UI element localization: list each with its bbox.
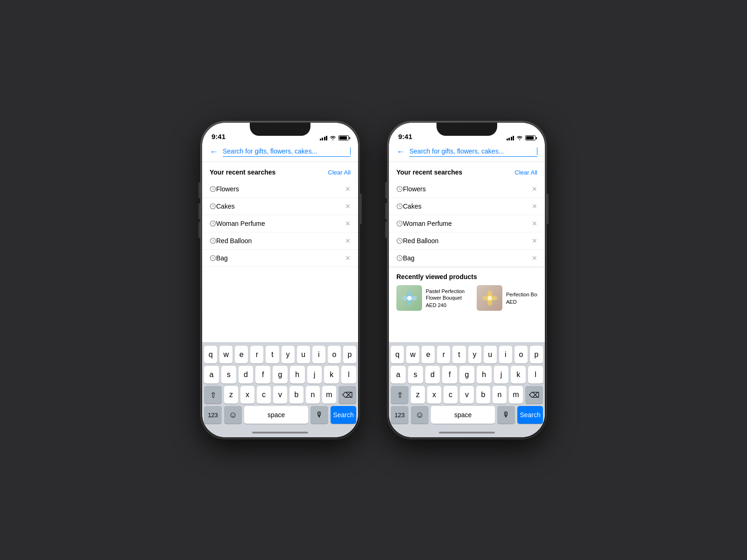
clear-all-1[interactable]: Clear All — [328, 169, 351, 176]
numbers-key-1[interactable]: 123 — [204, 406, 222, 424]
clock-icon-10 — [396, 255, 403, 261]
close-bag-2[interactable]: ✕ — [532, 254, 537, 262]
space-key-2[interactable]: space — [431, 406, 495, 424]
key-f-2[interactable]: f — [442, 366, 457, 384]
key-q-1[interactable]: q — [204, 346, 217, 364]
mic-key-1[interactable]: 🎙 — [310, 406, 328, 424]
emoji-key-1[interactable]: ☺ — [224, 406, 242, 424]
phone-outer-1: 9:41 — [201, 121, 359, 439]
close-flowers-1[interactable]: ✕ — [345, 185, 351, 193]
recent-item-balloon-1[interactable]: Red Balloon ✕ — [202, 232, 358, 250]
close-perfume-2[interactable]: ✕ — [532, 220, 537, 227]
key-g-2[interactable]: g — [459, 366, 474, 384]
close-balloon-1[interactable]: ✕ — [345, 237, 351, 245]
key-q-2[interactable]: q — [391, 346, 404, 364]
recent-item-bag-2[interactable]: Bag ✕ — [389, 250, 545, 267]
key-o-2[interactable]: o — [514, 346, 528, 364]
key-e-2[interactable]: e — [422, 346, 435, 364]
key-a-2[interactable]: a — [391, 366, 406, 384]
key-c-2[interactable]: c — [444, 386, 458, 404]
key-u-2[interactable]: u — [484, 346, 497, 364]
key-h-1[interactable]: h — [290, 366, 305, 384]
search-key-1[interactable]: Search — [331, 406, 356, 424]
search-input-1[interactable]: Search for gifts, flowers, cakes... — [223, 147, 351, 157]
space-key-1[interactable]: space — [244, 406, 308, 424]
mic-key-2[interactable]: 🎙 — [497, 406, 515, 424]
backspace-key-1[interactable]: ⌫ — [338, 386, 356, 404]
back-arrow-2[interactable]: ← — [396, 147, 405, 157]
key-j-2[interactable]: j — [494, 366, 509, 384]
key-m-1[interactable]: m — [322, 386, 336, 404]
close-cakes-1[interactable]: ✕ — [345, 203, 351, 210]
recent-item-cakes-2[interactable]: Cakes ✕ — [389, 198, 545, 215]
product-card-1[interactable]: Pastel Perfection Flower Bouquet AED 240 — [396, 285, 471, 311]
key-m-2[interactable]: m — [509, 386, 523, 404]
key-t-2[interactable]: t — [452, 346, 465, 364]
key-v-1[interactable]: v — [273, 386, 287, 404]
keyboard-row-4: 123 ☺ space 🎙 Search — [204, 406, 356, 424]
status-icons-1 — [320, 135, 349, 140]
search-input-2[interactable]: Search for gifts, flowers, cakes... — [409, 147, 537, 157]
recent-item-perfume-1[interactable]: Woman Perfume ✕ — [202, 215, 358, 232]
key-n-2[interactable]: n — [493, 386, 507, 404]
key-a-1[interactable]: a — [204, 366, 219, 384]
clear-all-2[interactable]: Clear All — [515, 169, 537, 176]
key-n-1[interactable]: n — [306, 386, 320, 404]
key-b-1[interactable]: b — [289, 386, 303, 404]
key-s-2[interactable]: s — [408, 366, 423, 384]
backspace-key-2[interactable]: ⌫ — [525, 386, 543, 404]
key-y-1[interactable]: y — [282, 346, 295, 364]
numbers-key-2[interactable]: 123 — [391, 406, 409, 424]
key-s-1[interactable]: s — [221, 366, 236, 384]
key-j-1[interactable]: j — [307, 366, 322, 384]
key-u-1[interactable]: u — [297, 346, 310, 364]
key-e-1[interactable]: e — [235, 346, 248, 364]
key-t-1[interactable]: t — [266, 346, 279, 364]
shift-key-2[interactable]: ⇧ — [391, 386, 409, 404]
recent-item-cakes-1[interactable]: Cakes ✕ — [202, 198, 358, 215]
key-b-2[interactable]: b — [476, 386, 490, 404]
search-key-2[interactable]: Search — [517, 406, 543, 424]
key-i-2[interactable]: i — [499, 346, 512, 364]
close-cakes-2[interactable]: ✕ — [532, 203, 537, 210]
close-balloon-2[interactable]: ✕ — [532, 237, 537, 245]
key-c-1[interactable]: c — [257, 386, 271, 404]
key-w-1[interactable]: w — [219, 346, 233, 364]
key-z-2[interactable]: z — [411, 386, 425, 404]
recent-item-flowers-1[interactable]: Flowers ✕ — [202, 181, 358, 198]
key-l-2[interactable]: l — [528, 366, 543, 384]
key-h-2[interactable]: h — [477, 366, 492, 384]
recent-item-flowers-2[interactable]: Flowers ✕ — [389, 181, 545, 198]
key-z-1[interactable]: z — [224, 386, 238, 404]
key-o-1[interactable]: o — [328, 346, 341, 364]
close-perfume-1[interactable]: ✕ — [345, 220, 351, 227]
close-flowers-2[interactable]: ✕ — [532, 185, 537, 193]
close-bag-1[interactable]: ✕ — [345, 254, 351, 262]
key-k-2[interactable]: k — [511, 366, 526, 384]
key-w-2[interactable]: w — [406, 346, 419, 364]
recent-item-perfume-2[interactable]: Woman Perfume ✕ — [389, 215, 545, 232]
key-i-1[interactable]: i — [312, 346, 325, 364]
key-d-2[interactable]: d — [425, 366, 440, 384]
key-g-1[interactable]: g — [273, 366, 288, 384]
key-f-1[interactable]: f — [255, 366, 270, 384]
recent-item-balloon-2[interactable]: Red Balloon ✕ — [389, 232, 545, 250]
shift-key-1[interactable]: ⇧ — [204, 386, 222, 404]
key-r-2[interactable]: r — [437, 346, 450, 364]
back-arrow-1[interactable]: ← — [210, 147, 218, 157]
key-k-1[interactable]: k — [324, 366, 339, 384]
key-p-2[interactable]: p — [530, 346, 543, 364]
key-r-1[interactable]: r — [250, 346, 263, 364]
key-p-1[interactable]: p — [343, 346, 356, 364]
key-y-2[interactable]: y — [468, 346, 481, 364]
key-x-1[interactable]: x — [240, 386, 254, 404]
key-d-1[interactable]: d — [239, 366, 254, 384]
recent-item-text-perfume-2: Woman Perfume — [403, 220, 532, 227]
product-card-2[interactable]: Perfection Bouquet AED — [477, 285, 537, 311]
signal-bars-2 — [507, 136, 514, 140]
key-x-2[interactable]: x — [427, 386, 441, 404]
recent-item-bag-1[interactable]: Bag ✕ — [202, 250, 358, 267]
key-l-1[interactable]: l — [341, 366, 356, 384]
emoji-key-2[interactable]: ☺ — [411, 406, 429, 424]
key-v-2[interactable]: v — [460, 386, 474, 404]
